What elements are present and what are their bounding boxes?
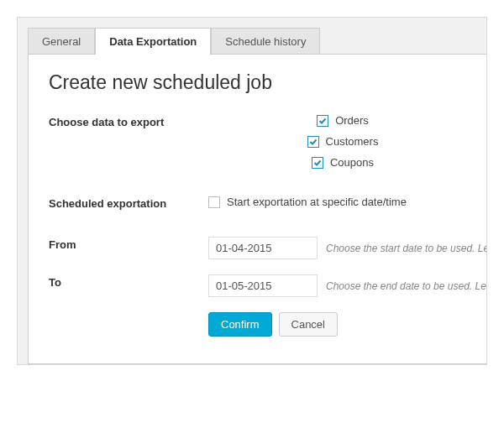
label-scheduled-exportation: Scheduled exportation xyxy=(49,196,208,210)
checkbox-start-specific[interactable]: Start exportation at specific date/time xyxy=(208,196,407,208)
checkbox-icon xyxy=(208,196,220,208)
tab-general[interactable]: General xyxy=(28,28,95,55)
to-date-input[interactable] xyxy=(208,274,318,297)
confirm-button[interactable]: Confirm xyxy=(208,312,272,337)
hint-to: Choose the end date to be used. Le xyxy=(326,280,486,292)
page-title: Create new scheduled job xyxy=(49,71,477,94)
checkbox-label: Start exportation at specific date/time xyxy=(227,196,407,208)
hint-from: Choose the start date to be used. Le xyxy=(326,243,487,254)
action-buttons: Confirm Cancel xyxy=(208,312,477,337)
tab-content: Create new scheduled job Choose data to … xyxy=(28,54,487,364)
tab-bar: General Data Exportation Schedule histor… xyxy=(28,28,476,55)
checkbox-orders[interactable]: Orders xyxy=(317,114,369,127)
checkbox-coupons[interactable]: Coupons xyxy=(312,156,374,169)
checkbox-icon xyxy=(317,115,328,127)
label-to: To xyxy=(49,274,208,289)
checkbox-label: Customers xyxy=(326,135,379,148)
row-from: From Choose the start date to be used. L… xyxy=(49,237,477,259)
from-date-input[interactable] xyxy=(208,237,318,259)
row-scheduled-exportation: Scheduled exportation Start exportation … xyxy=(49,196,477,210)
checkbox-label: Orders xyxy=(335,114,369,127)
label-choose-data: Choose data to export xyxy=(49,114,208,128)
row-to: To Choose the end date to be used. Le xyxy=(49,274,477,297)
tab-data-exportation[interactable]: Data Exportation xyxy=(95,28,211,55)
checkbox-customers[interactable]: Customers xyxy=(307,135,379,148)
checkbox-icon xyxy=(312,157,323,169)
settings-panel: General Data Exportation Schedule histor… xyxy=(17,17,487,365)
checkbox-icon xyxy=(307,136,319,148)
tab-schedule-history[interactable]: Schedule history xyxy=(211,28,320,55)
label-from: From xyxy=(49,237,208,251)
checkbox-label: Coupons xyxy=(330,156,374,169)
cancel-button[interactable]: Cancel xyxy=(279,312,338,337)
row-choose-data: Choose data to export Orders Customers xyxy=(49,114,477,169)
